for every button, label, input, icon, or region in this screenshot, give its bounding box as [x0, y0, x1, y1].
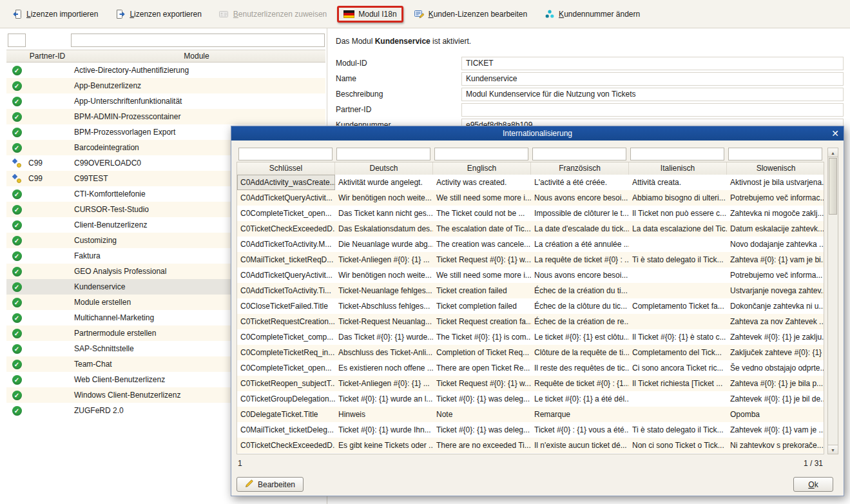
- translation-cell[interactable]: Aktivnost je bila ustvarjena.: [727, 175, 824, 190]
- translation-cell[interactable]: C0AddTicketToActivity.M...: [237, 237, 335, 252]
- module-column-header[interactable]: Module: [68, 50, 325, 63]
- translation-cell[interactable]: Non ci sono Ticket o Tick...: [629, 438, 727, 453]
- translation-cell[interactable]: Dokončanje zahtevka ni u...: [727, 298, 824, 314]
- translation-row[interactable]: C0DelegateTicket.TitleHinweisNoteRemarqu…: [237, 407, 824, 422]
- translation-cell[interactable]: Es existieren noch offene ...: [335, 360, 433, 376]
- translation-cell[interactable]: Ticket #{0}: {1} was deleg...: [433, 422, 531, 438]
- translation-cell[interactable]: We still need some more i...: [433, 190, 531, 206]
- dialog-column-header[interactable]: Schlüssel: [237, 162, 335, 175]
- translation-cell[interactable]: [629, 391, 727, 407]
- translation-cell[interactable]: Ticket-Anliegen #{0}: {1} ...: [335, 376, 433, 391]
- translation-cell[interactable]: Completamento del Tick...: [629, 345, 727, 360]
- translation-cell[interactable]: La création a été annulée ...: [531, 237, 629, 252]
- translation-cell[interactable]: La date d'escalade du tick...: [531, 221, 629, 237]
- translation-cell[interactable]: Die Neuanlage wurde abg...: [335, 237, 433, 252]
- dialog-filter-input-2[interactable]: [434, 148, 528, 160]
- translation-cell[interactable]: The Ticket #{0}: {1} is com...: [433, 329, 531, 345]
- translation-cell[interactable]: Hinweis: [335, 407, 433, 422]
- translation-cell[interactable]: Še vedno obstajajo odprte...: [727, 360, 824, 376]
- translation-cell[interactable]: C0CloseTicketFailed.Title: [237, 298, 335, 314]
- translation-cell[interactable]: C0CompleteTicket_open...: [237, 360, 335, 376]
- translation-cell[interactable]: [629, 314, 727, 329]
- translation-cell[interactable]: Wir benötigen noch weite...: [335, 190, 433, 206]
- dialog-column-header[interactable]: Französisch: [531, 162, 629, 175]
- translation-cell[interactable]: Ticket-Anliegen #{0}: {1} ...: [335, 252, 433, 267]
- translation-cell[interactable]: Aktivität wurde angelegt.: [335, 175, 433, 190]
- dialog-filter-input-4[interactable]: [630, 148, 724, 160]
- translation-cell[interactable]: [629, 283, 727, 298]
- translation-cell[interactable]: Das Ticket kann nicht ges...: [335, 206, 433, 221]
- translation-cell[interactable]: Il Ticket #{0}: {1} è stato c...: [629, 329, 727, 345]
- translation-cell[interactable]: C0CompleteTicket_comp...: [237, 329, 335, 345]
- translation-cell[interactable]: Opomba: [727, 407, 824, 422]
- translation-cell[interactable]: C0TicketCheckExceededD...: [237, 221, 335, 237]
- translation-cell[interactable]: Ticket #{0}: {1} wurde Ihn...: [335, 422, 433, 438]
- export-licenses-button[interactable]: Lizenzen exportieren: [108, 5, 208, 23]
- translation-cell[interactable]: Ti è stato delegato il Tick...: [629, 252, 727, 267]
- translation-cell[interactable]: Ticket-Neuanlage fehlges...: [335, 283, 433, 298]
- translation-cell[interactable]: C0MailTicket_ticketReqD...: [237, 252, 335, 267]
- translation-cell[interactable]: Das Eskalationsdatum des...: [335, 221, 433, 237]
- edit-customer-licenses-button[interactable]: Kunden-Lizenzen bearbeiten: [407, 5, 534, 23]
- translation-cell[interactable]: C0TicketReopen_subjectT...: [237, 376, 335, 391]
- module-status-filter-input[interactable]: [8, 34, 26, 47]
- translation-row[interactable]: C0AddTicketToActivity.M...Die Neuanlage …: [237, 237, 824, 252]
- translation-cell[interactable]: Ticket Request #{0}: {1} w...: [433, 252, 531, 267]
- translation-cell[interactable]: C0AddActivity_wasCreate...: [237, 175, 335, 190]
- translation-row[interactable]: C0MailTicket_ticketDeleg...Ticket #{0}: …: [237, 422, 824, 438]
- translation-cell[interactable]: Clôture de la requête de ti...: [531, 345, 629, 360]
- assign-user-licenses-button[interactable]: Benutzerlizenzen zuweisen: [212, 5, 333, 23]
- translation-cell[interactable]: C0TicketRequestCreation...: [237, 314, 335, 329]
- translation-row[interactable]: C0CompleteTicketReq_in...Abschluss des T…: [237, 345, 824, 360]
- translation-cell[interactable]: Le ticket #{0}: {1} a été dél...: [531, 391, 629, 407]
- translation-cell[interactable]: C0DelegateTicket.Title: [237, 407, 335, 422]
- translation-cell[interactable]: Activity was created.: [433, 175, 531, 190]
- translation-cell[interactable]: Ustvarjanje novega zahtev...: [727, 283, 824, 298]
- translation-cell[interactable]: Potrebujemo več informa...: [727, 267, 824, 283]
- module-row[interactable]: Active-Directory-Authentifizierung: [6, 63, 325, 78]
- translation-cell[interactable]: Abbiamo bisogno di ulteri...: [629, 190, 727, 206]
- translation-cell[interactable]: La requête de ticket #{0} : ...: [531, 252, 629, 267]
- module-i18n-button[interactable]: Modul I18n: [337, 6, 403, 23]
- translation-row[interactable]: C0TicketCheckExceededD...Das Eskalations…: [237, 221, 824, 237]
- translation-cell[interactable]: Il reste des requêtes de tic...: [531, 360, 629, 376]
- translation-row[interactable]: C0TicketRequestCreation...Ticket-Request…: [237, 314, 824, 329]
- translation-cell[interactable]: Ticket #{0}: {1} wurde an l...: [335, 391, 433, 407]
- field-value[interactable]: Modul Kundenservice für die Nutzung von …: [461, 88, 844, 101]
- translation-cell[interactable]: Ti è stato delegato il Tick...: [629, 422, 727, 438]
- translation-row[interactable]: C0TicketReopen_subjectT...Ticket-Anliege…: [237, 376, 824, 391]
- translation-cell[interactable]: Il n'existe aucun ticket dé...: [531, 438, 629, 453]
- translation-cell[interactable]: Zahtevka ni mogoče zaklj...: [727, 206, 824, 221]
- translation-cell[interactable]: Completamento Ticket fa...: [629, 298, 727, 314]
- translation-row[interactable]: C0AddTicketQueryActivit...Wir benötigen …: [237, 190, 824, 206]
- translation-row[interactable]: C0AddTicketToActivity.Ti...Ticket-Neuanl…: [237, 283, 824, 298]
- module-row[interactable]: BPM-ADMIN-Prozesscontainer: [6, 109, 325, 124]
- vertical-scrollbar[interactable]: [827, 148, 838, 454]
- translation-cell[interactable]: Ticket #{0} : {1} vous a été...: [531, 422, 629, 438]
- translation-cell[interactable]: C0AddTicketQueryActivit...: [237, 190, 335, 206]
- translation-cell[interactable]: Il Ticket richiesta [Ticket ...: [629, 376, 727, 391]
- dialog-filter-input-1[interactable]: [336, 148, 430, 160]
- dialog-filter-input-0[interactable]: [238, 148, 333, 160]
- translation-row[interactable]: C0AddTicketQueryActivit...Wir benötigen …: [237, 267, 824, 283]
- translation-cell[interactable]: Ticket-Request Neuanlag...: [335, 314, 433, 329]
- dialog-title-bar[interactable]: Internationalisierung ✕: [231, 126, 844, 141]
- translation-cell[interactable]: Impossible de clôturer le t...: [531, 206, 629, 221]
- module-row[interactable]: App-Unterschriftenfunktionalität: [6, 93, 325, 109]
- translation-row[interactable]: C0CompleteTicket_open...Es existieren no…: [237, 360, 824, 376]
- translation-cell[interactable]: There are no exceeded Ti...: [433, 438, 531, 453]
- translation-row[interactable]: C0TicketCheckExceededD...Es gibt keine T…: [237, 438, 824, 453]
- translation-cell[interactable]: Zahtevek #{0}: {1} je bil de...: [727, 391, 824, 407]
- translation-cell[interactable]: C0CompleteTicketReq_in...: [237, 345, 335, 360]
- translation-cell[interactable]: Zahteva #{0}: {1} je bila p...: [727, 376, 824, 391]
- change-customer-number-button[interactable]: Kundennummer ändern: [537, 5, 646, 23]
- translation-cell[interactable]: Ticket #{0}: {1} was deleg...: [433, 391, 531, 407]
- translation-cell[interactable]: L'activité a été créée.: [531, 175, 629, 190]
- translation-cell[interactable]: Il Ticket non può essere c...: [629, 206, 727, 221]
- dialog-column-header[interactable]: Italienisch: [629, 162, 727, 175]
- translation-cell[interactable]: Abschluss des Ticket-Anli...: [335, 345, 433, 360]
- translation-cell[interactable]: La data escalazione del Tic...: [629, 221, 727, 237]
- translation-row[interactable]: C0CompleteTicket_comp...Das Ticket #{0}:…: [237, 329, 824, 345]
- translation-cell[interactable]: There are open Ticket Re...: [433, 360, 531, 376]
- translation-row[interactable]: C0TicketGroupDelegation...Ticket #{0}: {…: [237, 391, 824, 407]
